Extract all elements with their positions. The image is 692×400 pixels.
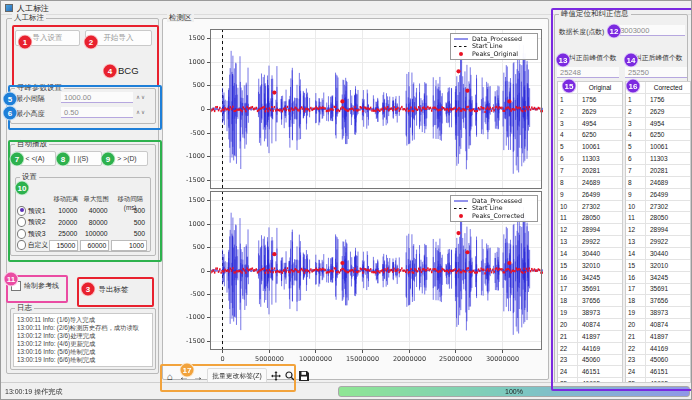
table-row[interactable]: 824689: [626, 176, 690, 188]
status-text: 13:00:19 操作完成: [5, 387, 62, 397]
log-line: 13:00:11 Info: (1/6)导入完成: [17, 316, 149, 324]
table-row[interactable]: 1735691: [626, 283, 690, 295]
table-row[interactable]: 1837656: [558, 294, 622, 306]
table-row[interactable]: 1128050: [558, 211, 622, 223]
table-row[interactable]: 2141897: [626, 330, 690, 342]
table-row[interactable]: 1430440: [626, 247, 690, 259]
before-count-label: 纠正前峰值个数: [569, 53, 617, 63]
settings-row[interactable]: 预设11000040000500: [17, 205, 149, 217]
preset-radio[interactable]: [17, 206, 26, 216]
annotation-badge-3: 3: [81, 282, 96, 297]
table-row[interactable]: 611303: [626, 152, 690, 164]
min-interval-input[interactable]: 1000.00: [61, 92, 133, 103]
preset-label: 自定义: [26, 240, 50, 250]
min-height-spinner[interactable]: ∧∨: [136, 109, 146, 115]
table-row[interactable]: 2040874: [558, 318, 622, 330]
table-row[interactable]: 1329922: [626, 235, 690, 247]
table-row[interactable]: 22629: [558, 105, 622, 117]
toolbar-home-icon[interactable]: ⌂: [164, 369, 176, 383]
original-peaks-table[interactable]: Original11756226293495446250510061611303…: [557, 81, 623, 400]
preset-radio[interactable]: [17, 240, 26, 250]
min-interval-spinner[interactable]: ∧∨: [136, 94, 146, 100]
preset-value: 20000: [51, 219, 81, 226]
log-line: 13:00:12 Info: (3/6)处理完成: [17, 332, 149, 340]
table-row[interactable]: 1128050: [626, 211, 690, 223]
data-length-label: 数据长度(点数): [559, 27, 604, 37]
preset-value: 100000: [81, 230, 111, 237]
after-count-value[interactable]: 25250: [625, 67, 687, 78]
log-group-label: 日志: [15, 304, 34, 312]
preset-value: 500: [112, 207, 149, 214]
table-row[interactable]: 11756: [558, 93, 622, 105]
data-length-value[interactable]: 33003000: [613, 25, 685, 36]
table-row[interactable]: 1027302: [626, 200, 690, 212]
toolbar-zoom-icon[interactable]: [284, 369, 296, 383]
table-row[interactable]: 720281: [558, 164, 622, 176]
preset-radio[interactable]: [17, 217, 26, 227]
annotation-badge-16: 16: [626, 79, 641, 94]
autoplay-group-label: 自动播放: [15, 140, 49, 148]
min-height-input[interactable]: 0.50: [61, 107, 133, 118]
before-count-value[interactable]: 25248: [557, 67, 619, 78]
table-row[interactable]: 1938973: [558, 306, 622, 318]
settings-row[interactable]: 自定义15000600001000: [17, 240, 149, 252]
settings-row[interactable]: 预设22000080000500: [17, 217, 149, 229]
toolbar-pan-icon[interactable]: [270, 369, 282, 383]
table-row[interactable]: 1634245: [558, 271, 622, 283]
preset-value-input[interactable]: 60000: [80, 240, 109, 251]
table-row[interactable]: 1228994: [558, 223, 622, 235]
preset-value-input[interactable]: 15000: [49, 240, 78, 251]
table-row[interactable]: 510061: [558, 140, 622, 152]
table-row[interactable]: 34954: [558, 117, 622, 129]
table-row[interactable]: 926499: [558, 188, 622, 200]
table-row[interactable]: 1532010: [558, 259, 622, 271]
preset-radio[interactable]: [17, 229, 26, 239]
table-row[interactable]: 926499: [626, 188, 690, 200]
annotation-badge-1: 1: [18, 35, 33, 50]
log-output[interactable]: 13:00:11 Info: (1/6)导入完成13:00:11 Info: (…: [13, 313, 153, 367]
after-count-label: 纠正后峰值个数: [635, 53, 683, 63]
reference-line-row[interactable]: 绘制参考线: [11, 281, 59, 291]
table-row[interactable]: 1027302: [558, 200, 622, 212]
reference-line-label: 绘制参考线: [24, 281, 59, 291]
preset-value: 80000: [81, 219, 111, 226]
table-row[interactable]: 46250: [626, 129, 690, 141]
table-row[interactable]: 2141897: [558, 330, 622, 342]
table-row[interactable]: 34954: [626, 117, 690, 129]
table-row[interactable]: 22629: [626, 105, 690, 117]
table-row[interactable]: 1634245: [626, 271, 690, 283]
table-row[interactable]: 2244169: [558, 342, 622, 354]
annotation-badge-17: 17: [180, 363, 195, 378]
table-row[interactable]: 2244169: [626, 342, 690, 354]
settings-row[interactable]: 预设325000100000500: [17, 228, 149, 240]
table-row[interactable]: 46250: [558, 129, 622, 141]
table-row[interactable]: 611303: [558, 152, 622, 164]
table-row[interactable]: 1837656: [626, 294, 690, 306]
table-row[interactable]: 2446151: [558, 365, 622, 377]
preset-label: 预设1: [26, 206, 51, 216]
table-row[interactable]: 11756: [626, 93, 690, 105]
table-row[interactable]: 1735691: [558, 283, 622, 295]
toolbar-save-icon[interactable]: [298, 369, 310, 383]
preset-value: 10000: [51, 207, 81, 214]
table-row[interactable]: 824689: [558, 176, 622, 188]
table-row[interactable]: 2040874: [626, 318, 690, 330]
table-row[interactable]: 1532010: [626, 259, 690, 271]
table-row[interactable]: 1329922: [558, 235, 622, 247]
table-row[interactable]: 720281: [626, 164, 690, 176]
annotation-badge-10: 10: [15, 181, 30, 196]
preset-value: 500: [112, 219, 149, 226]
corrected-peaks-table[interactable]: Corrected1175622629349544625051006161130…: [625, 81, 691, 400]
chart-canvas[interactable]: [164, 23, 546, 369]
table-row[interactable]: 1938973: [626, 306, 690, 318]
table-row[interactable]: 2446151: [626, 365, 690, 377]
preset-value-input[interactable]: 1000: [111, 240, 147, 251]
table-row[interactable]: 2345060: [558, 354, 622, 366]
table-row[interactable]: 2345060: [626, 354, 690, 366]
log-line: 13:00:16 Info: (5/6)绘制完成: [17, 348, 149, 356]
detection-area-group-label: 检测区: [167, 14, 194, 22]
table-row[interactable]: 510061: [626, 140, 690, 152]
table-row[interactable]: 1430440: [558, 247, 622, 259]
table-row[interactable]: 1228994: [626, 223, 690, 235]
preset-label: 预设3: [26, 229, 51, 239]
